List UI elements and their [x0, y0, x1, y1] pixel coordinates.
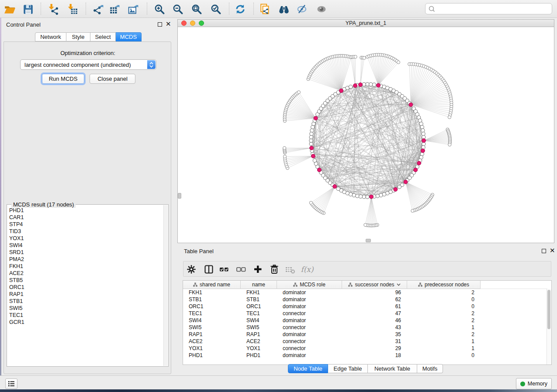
ring-node[interactable] — [309, 139, 313, 142]
delete-column-icon[interactable] — [269, 264, 280, 275]
ring-node[interactable] — [376, 194, 379, 198]
mcds-result-item[interactable]: PMA2 — [7, 256, 164, 263]
leaf-node[interactable] — [297, 91, 300, 94]
cell-MCDS-role[interactable]: connector — [277, 345, 342, 352]
leaf-node[interactable] — [283, 146, 286, 149]
run-mcds-button[interactable]: Run MCDS — [42, 74, 84, 84]
cell-shared-name[interactable]: ORC1 — [183, 303, 241, 310]
add-column-icon[interactable] — [252, 264, 263, 275]
mcds-node[interactable] — [417, 161, 421, 165]
tab-select[interactable]: Select — [90, 32, 116, 41]
mcds-result-item[interactable]: FKH1 — [7, 263, 164, 270]
cell-predecessor-nodes[interactable]: 2 — [407, 310, 481, 317]
select-stepper-icon[interactable] — [147, 60, 156, 69]
mcds-node[interactable] — [333, 185, 337, 189]
leaf-node[interactable] — [411, 209, 414, 212]
leaf-node[interactable] — [283, 155, 286, 158]
leaf-node[interactable] — [397, 61, 400, 64]
scrollbar-thumb[interactable] — [547, 290, 550, 329]
table-panel-close-button[interactable]: ✕ — [550, 248, 555, 253]
tab-network[interactable]: Network — [35, 32, 66, 41]
table-row[interactable]: YOX1YOX1connector291 — [183, 345, 547, 352]
network-vertical-scrollbar[interactable] — [178, 193, 181, 199]
import-table-icon[interactable] — [66, 3, 79, 15]
mcds-result-item[interactable]: STP4 — [7, 221, 164, 228]
cell-predecessor-nodes[interactable]: 1 — [407, 338, 481, 345]
mcds-result-item[interactable]: TEC1 — [7, 312, 164, 319]
show-eye-icon[interactable] — [315, 3, 329, 15]
task-history-button[interactable] — [5, 378, 17, 389]
ring-node[interactable] — [366, 83, 369, 86]
mcds-result-item[interactable]: GCR1 — [7, 319, 164, 326]
cell-name[interactable]: PHD1 — [241, 352, 277, 359]
table-row[interactable]: STB1STB1dominator620 — [183, 296, 547, 303]
leaf-node[interactable] — [448, 143, 451, 146]
tab-network-table[interactable]: Network Table — [368, 364, 417, 373]
cell-name[interactable]: YOX1 — [241, 345, 277, 352]
ring-node[interactable] — [310, 129, 314, 132]
cell-successor-nodes[interactable]: 31 — [342, 338, 407, 345]
leaf-node[interactable] — [309, 201, 312, 204]
cell-successor-nodes[interactable]: 61 — [342, 303, 407, 310]
cell-successor-nodes[interactable]: 96 — [342, 289, 407, 296]
table-row[interactable]: FKH1FKH1dominator962 — [183, 289, 547, 296]
mcds-result-item[interactable]: SRD1 — [7, 249, 164, 256]
network-document-icon[interactable] — [259, 3, 272, 15]
table-panel-float-button[interactable] — [542, 249, 546, 253]
cell-successor-nodes[interactable]: 62 — [342, 296, 407, 303]
table-row[interactable]: ORC1ORC1dominator610 — [183, 303, 547, 310]
zoom-out-icon[interactable] — [171, 3, 184, 15]
mcds-node[interactable] — [339, 89, 343, 93]
mcds-node[interactable] — [311, 154, 315, 158]
optimization-criterion-select[interactable]: largest connected component (undirected) — [20, 59, 156, 70]
ring-node[interactable] — [359, 195, 362, 198]
ring-node[interactable] — [311, 125, 315, 129]
ring-node[interactable] — [310, 132, 313, 135]
cell-predecessor-nodes[interactable]: 0 — [407, 352, 481, 359]
table-row[interactable]: RAP1RAP1dominator352 — [183, 331, 547, 338]
mcds-result-item[interactable]: PHD1 — [7, 207, 164, 214]
table-row[interactable]: SWI4SWI4dominator462 — [183, 317, 547, 324]
mcds-result-item[interactable]: YOX1 — [7, 235, 164, 242]
cell-MCDS-role[interactable]: dominator — [277, 289, 342, 296]
column-header-name[interactable]: name — [241, 281, 277, 289]
mcds-node[interactable] — [404, 180, 408, 184]
mcds-result-list[interactable]: PHD1CAR1STP4TID3YOX1SWI4SRD1PMA2FKH1ACE2… — [7, 207, 164, 366]
tab-style[interactable]: Style — [66, 32, 90, 41]
mcds-node[interactable] — [394, 187, 398, 191]
tab-mcds[interactable]: MCDS — [116, 32, 142, 41]
cell-MCDS-role[interactable]: dominator — [277, 331, 342, 338]
mcds-result-item[interactable]: STB5 — [7, 277, 164, 284]
cell-name[interactable]: ACE2 — [241, 338, 277, 345]
mcds-node[interactable] — [369, 195, 373, 199]
ring-node[interactable] — [336, 187, 340, 190]
network-graph[interactable] — [178, 27, 554, 243]
refresh-layout-icon[interactable] — [234, 3, 247, 15]
table-row[interactable]: PHD1PHD1dominator180 — [183, 352, 547, 359]
cell-successor-nodes[interactable]: 29 — [342, 345, 407, 352]
ring-node[interactable] — [356, 194, 359, 198]
cell-shared-name[interactable]: SWI5 — [183, 324, 241, 331]
cell-shared-name[interactable]: YOX1 — [183, 345, 241, 352]
column-header-MCDS-role[interactable]: MCDS role — [277, 281, 342, 289]
deselect-all-icon[interactable] — [235, 264, 247, 275]
mcds-result-item[interactable]: CAR1 — [7, 214, 164, 221]
cell-successor-nodes[interactable]: 35 — [342, 331, 407, 338]
find-binoculars-icon[interactable] — [277, 3, 291, 15]
import-network-icon[interactable] — [47, 3, 60, 15]
cell-successor-nodes[interactable]: 18 — [342, 352, 407, 359]
mcds-result-scrollbar[interactable] — [163, 205, 168, 366]
cell-shared-name[interactable]: ACE2 — [183, 338, 241, 345]
mcds-result-item[interactable]: TID3 — [7, 228, 164, 235]
mcds-node[interactable] — [377, 83, 381, 87]
ring-node[interactable] — [349, 85, 353, 89]
ring-node[interactable] — [313, 159, 316, 162]
cell-name[interactable]: SWI5 — [241, 324, 277, 331]
cell-predecessor-nodes[interactable]: 2 — [407, 317, 481, 324]
ring-node[interactable] — [372, 83, 376, 86]
ring-node[interactable] — [379, 193, 383, 197]
mcds-result-item[interactable]: RAP1 — [7, 291, 164, 298]
cell-predecessor-nodes[interactable]: 1 — [407, 324, 481, 331]
ring-node[interactable] — [420, 125, 424, 129]
leaf-node[interactable] — [448, 116, 451, 119]
